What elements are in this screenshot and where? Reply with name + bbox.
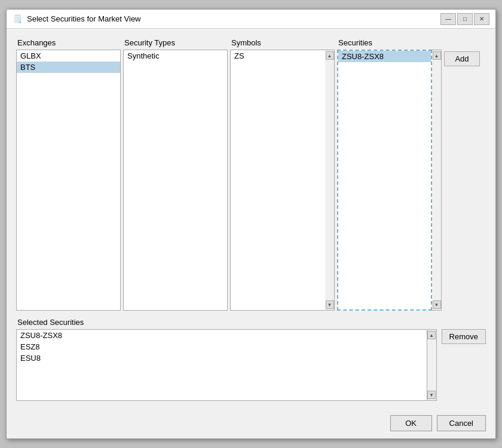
exchanges-item-glbx[interactable]: GLBX [17, 50, 120, 62]
cancel-button[interactable]: Cancel [437, 415, 486, 431]
title-bar-left: 🗒️ Select Securities for Market View [13, 14, 141, 24]
minimize-button[interactable]: — [440, 13, 456, 25]
securities-scroll-down[interactable]: ▼ [433, 300, 441, 309]
remove-button[interactable]: Remove [442, 329, 486, 344]
selected-item-esz8[interactable]: ESZ8 [17, 341, 427, 352]
ok-button[interactable]: OK [390, 415, 432, 431]
lower-section: Selected Securities ZSU8-ZSX8 ESZ8 ESU8 … [16, 318, 486, 401]
exchanges-listbox[interactable]: GLBX BTS [16, 50, 121, 311]
selected-item-zsu8zsx8[interactable]: ZSU8-ZSX8 [17, 330, 427, 341]
selected-securities-wrap: ZSU8-ZSX8 ESZ8 ESU8 ▲ ▼ [16, 329, 437, 401]
maximize-button[interactable]: □ [457, 13, 473, 25]
symbols-scrollbar: ▲ ▼ [325, 50, 335, 311]
dialog-title: Select Securities for Market View [27, 14, 141, 23]
title-bar-buttons: — □ ✕ [440, 13, 489, 25]
symbols-item-zs[interactable]: ZS [231, 50, 325, 62]
title-bar: 🗒️ Select Securities for Market View — □… [7, 10, 495, 29]
dialog-content: Exchanges GLBX BTS Security Types Synthe… [7, 29, 495, 410]
lower-row: ZSU8-ZSX8 ESZ8 ESU8 ▲ ▼ Remove [16, 329, 486, 401]
upper-section: Exchanges GLBX BTS Security Types Synthe… [16, 38, 486, 311]
securities-column: Securities ZSU8-ZSX8 ▲ ▼ [337, 38, 442, 311]
symbols-list-wrap: ZS ▲ ▼ [230, 50, 335, 311]
security-types-column: Security Types Synthetic [123, 38, 228, 311]
exchanges-item-bts[interactable]: BTS [17, 62, 120, 73]
securities-item-zsu8zsx8[interactable]: ZSU8-ZSX8 [338, 51, 431, 62]
exchanges-label: Exchanges [16, 38, 121, 47]
securities-list-wrap: ZSU8-ZSX8 ▲ ▼ [337, 50, 442, 311]
add-button-col: Add [444, 38, 486, 311]
selected-securities-scrollbar: ▲ ▼ [427, 329, 437, 401]
security-types-item-synthetic[interactable]: Synthetic [124, 50, 227, 62]
add-button[interactable]: Add [444, 51, 480, 66]
remove-button-col: Remove [442, 329, 486, 344]
selected-scroll-up[interactable]: ▲ [427, 331, 436, 339]
dialog-icon: 🗒️ [13, 14, 22, 24]
securities-label: Securities [337, 38, 442, 47]
selected-item-esu8[interactable]: ESU8 [17, 352, 427, 364]
dialog-footer: OK Cancel [7, 410, 495, 438]
security-types-listbox[interactable]: Synthetic [123, 50, 228, 311]
selected-securities-label: Selected Securities [16, 318, 486, 327]
symbols-scroll-down[interactable]: ▼ [326, 300, 334, 309]
symbols-label: Symbols [230, 38, 335, 47]
symbols-column: Symbols ZS ▲ ▼ [230, 38, 335, 311]
symbols-listbox[interactable]: ZS [230, 50, 325, 311]
selected-securities-listbox[interactable]: ZSU8-ZSX8 ESZ8 ESU8 [16, 329, 427, 401]
close-button[interactable]: ✕ [474, 13, 489, 25]
selected-scroll-down[interactable]: ▼ [427, 391, 436, 399]
securities-listbox[interactable]: ZSU8-ZSX8 [337, 50, 432, 311]
dialog: 🗒️ Select Securities for Market View — □… [6, 9, 496, 439]
securities-scrollbar: ▲ ▼ [432, 50, 442, 311]
securities-scroll-up[interactable]: ▲ [433, 51, 441, 60]
security-types-label: Security Types [123, 38, 228, 47]
exchanges-column: Exchanges GLBX BTS [16, 38, 121, 311]
symbols-scroll-up[interactable]: ▲ [326, 51, 334, 60]
